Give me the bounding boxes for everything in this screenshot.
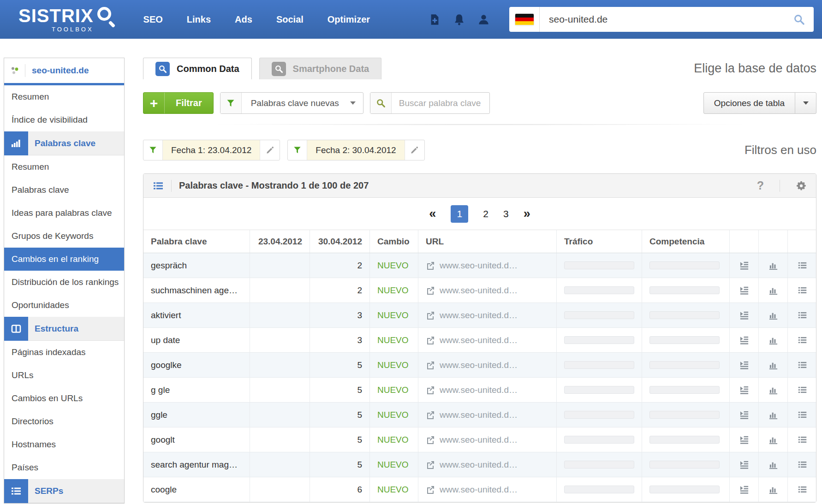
- history-chart-button[interactable]: [758, 452, 787, 477]
- nav-ads[interactable]: Ads: [235, 14, 252, 25]
- url-cell[interactable]: www.seo-united.d…: [418, 328, 556, 352]
- serp-details-button[interactable]: [729, 403, 758, 427]
- keyword-options-button[interactable]: [787, 378, 816, 402]
- notifications-bell-icon[interactable]: [453, 13, 465, 26]
- keyword-cell[interactable]: coogle: [143, 477, 250, 502]
- sidebar-item-oportunidades[interactable]: Oportunidades: [4, 294, 124, 317]
- keyword-options-button[interactable]: [787, 253, 816, 278]
- filter-chip-date2[interactable]: Fecha 2: 30.04.2012: [287, 140, 424, 160]
- sidebar-item-resumen[interactable]: Resumen: [4, 155, 124, 178]
- url-cell[interactable]: www.seo-united.d…: [418, 353, 556, 377]
- history-chart-button[interactable]: [758, 427, 787, 452]
- domain-search-input[interactable]: [549, 14, 793, 25]
- serp-details-button[interactable]: [729, 303, 758, 327]
- keyword-options-button[interactable]: [787, 303, 816, 327]
- history-chart-button[interactable]: [758, 303, 787, 327]
- sidebar-section-palabras-clave[interactable]: Palabras clave: [4, 131, 124, 155]
- serp-details-button[interactable]: [729, 378, 758, 402]
- nav-optimizer[interactable]: Optimizer: [328, 14, 370, 25]
- sidebar-item-grupos-de-keywords[interactable]: Grupos de Keywords: [4, 225, 124, 248]
- pagination-prev-icon[interactable]: «: [429, 207, 436, 221]
- keyword-options-button[interactable]: [787, 427, 816, 452]
- url-cell[interactable]: www.seo-united.d…: [418, 278, 556, 302]
- url-cell[interactable]: www.seo-united.d…: [418, 477, 556, 502]
- keyword-filter-dropdown[interactable]: Palabras clave nuevas: [220, 92, 363, 114]
- keyword-cell[interactable]: googlke: [143, 353, 250, 377]
- keyword-cell[interactable]: googlt: [143, 427, 250, 452]
- sidebar-item-hostnames[interactable]: Hostnames: [4, 433, 124, 456]
- keyword-search-input[interactable]: [392, 98, 489, 108]
- serp-details-button[interactable]: [729, 328, 758, 352]
- url-cell[interactable]: www.seo-united.d…: [418, 253, 556, 278]
- nav-links[interactable]: Links: [187, 14, 211, 25]
- tab-common-data[interactable]: Common Data: [143, 58, 252, 79]
- keyword-cell[interactable]: ggle: [143, 403, 250, 427]
- history-chart-button[interactable]: [758, 353, 787, 377]
- history-chart-button[interactable]: [758, 253, 787, 278]
- serp-details-button[interactable]: [729, 278, 758, 302]
- table-options-button[interactable]: Opciones de tabla: [703, 92, 816, 114]
- sidebar-item-cambios-en-el-ranking[interactable]: Cambios en el ranking: [4, 248, 124, 271]
- pagination-page-1[interactable]: 1: [451, 205, 468, 223]
- sidebar-domain-label[interactable]: seo-united.de: [32, 65, 89, 76]
- sidebar-item-urls[interactable]: URLs: [4, 364, 124, 387]
- sidebar-item-ideas-para-palabras-clave[interactable]: Ideas para palabras clave: [4, 202, 124, 225]
- sidebar-item-cambios-en-urls[interactable]: Cambios en URLs: [4, 387, 124, 410]
- sidebar-item-ndice-de-visibilidad[interactable]: Índice de visibilidad: [4, 108, 124, 131]
- col-header-traffic[interactable]: Tráfico: [556, 230, 642, 253]
- url-cell[interactable]: www.seo-united.d…: [418, 403, 556, 427]
- serp-details-button[interactable]: [729, 253, 758, 278]
- pagination-next-icon[interactable]: »: [524, 207, 530, 221]
- tab-smartphone-data[interactable]: Smartphone Data: [259, 58, 382, 79]
- sidebar-item-p-ginas-indexadas[interactable]: Páginas indexadas: [4, 341, 124, 364]
- help-icon[interactable]: ?: [757, 179, 764, 192]
- keyword-options-button[interactable]: [787, 278, 816, 302]
- keyword-cell[interactable]: g gle: [143, 378, 250, 402]
- edit-pencil-icon[interactable]: [260, 140, 280, 160]
- serp-details-button[interactable]: [729, 477, 758, 502]
- col-header-date1[interactable]: 23.04.2012: [250, 230, 310, 253]
- pagination-page-2[interactable]: 2: [483, 208, 488, 219]
- keyword-cell[interactable]: aktiviert: [143, 303, 250, 327]
- history-chart-button[interactable]: [758, 278, 787, 302]
- edit-pencil-icon[interactable]: [405, 140, 424, 160]
- keyword-options-button[interactable]: [787, 477, 816, 502]
- sidebar-item-directorios[interactable]: Directorios: [4, 410, 124, 433]
- filter-chip-date1[interactable]: Fecha 1: 23.04.2012: [143, 140, 280, 160]
- keyword-cell[interactable]: gespräch: [143, 253, 250, 278]
- keyword-cell[interactable]: search agentur mag…: [143, 452, 250, 477]
- keyword-cell[interactable]: up date: [143, 328, 250, 352]
- url-cell[interactable]: www.seo-united.d…: [418, 452, 556, 477]
- history-chart-button[interactable]: [758, 403, 787, 427]
- history-chart-button[interactable]: [758, 477, 787, 502]
- keyword-options-button[interactable]: [787, 328, 816, 352]
- sidebar-section-estructura[interactable]: Estructura: [4, 317, 124, 341]
- url-cell[interactable]: www.seo-united.d…: [418, 427, 556, 452]
- url-cell[interactable]: www.seo-united.d…: [418, 378, 556, 402]
- keyword-cell[interactable]: suchmaschinen age…: [143, 278, 250, 302]
- nav-seo[interactable]: SEO: [143, 14, 163, 25]
- serp-details-button[interactable]: [729, 353, 758, 377]
- table-options-caret[interactable]: [795, 93, 816, 113]
- report-add-icon[interactable]: [429, 13, 441, 26]
- logo[interactable]: SISTRIX TOOLBOX: [18, 6, 111, 32]
- sidebar-item-pa-ses[interactable]: Países: [4, 456, 124, 479]
- pagination-page-3[interactable]: 3: [503, 208, 509, 219]
- domain-search-icon[interactable]: [793, 13, 805, 26]
- keyword-options-button[interactable]: [787, 452, 816, 477]
- sidebar-item-distribuci-n-de-los-rankings[interactable]: Distribución de los rankings: [4, 271, 124, 294]
- col-header-change[interactable]: Cambio: [369, 230, 418, 253]
- col-header-url[interactable]: URL: [418, 230, 556, 253]
- history-chart-button[interactable]: [758, 378, 787, 402]
- keyword-options-button[interactable]: [787, 353, 816, 377]
- country-selector[interactable]: [509, 7, 540, 32]
- gear-icon[interactable]: [796, 180, 807, 191]
- sidebar-section-serps[interactable]: SERPs: [4, 479, 124, 503]
- keyword-options-button[interactable]: [787, 403, 816, 427]
- add-filter-button[interactable]: + Filtrar: [143, 92, 214, 114]
- sidebar-item-resumen[interactable]: Resumen: [4, 85, 124, 108]
- url-cell[interactable]: www.seo-united.d…: [418, 303, 556, 327]
- serp-details-button[interactable]: [729, 452, 758, 477]
- col-header-competition[interactable]: Competencia: [642, 230, 729, 253]
- user-profile-icon[interactable]: [477, 13, 490, 26]
